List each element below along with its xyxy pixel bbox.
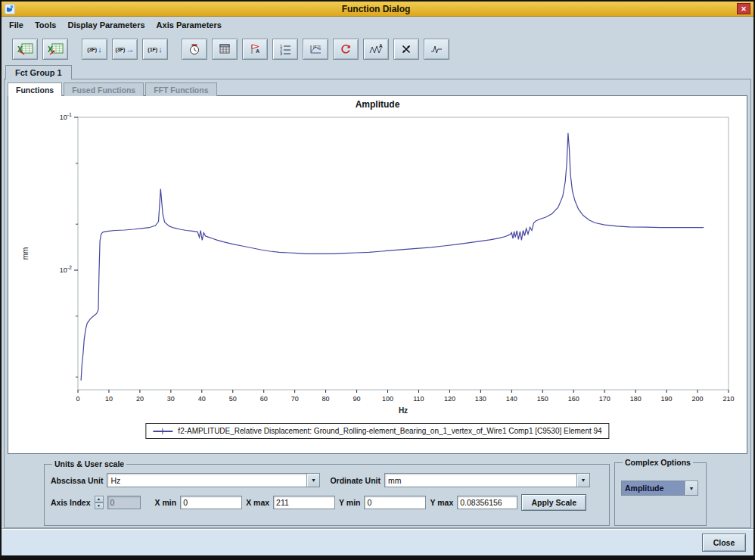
abscissa-unit-label: Abscissa Unit xyxy=(51,476,103,485)
ymin-label: Y min xyxy=(339,498,360,507)
complex-option-select[interactable]: Amplitude ▼ xyxy=(621,481,698,496)
time-function-button[interactable] xyxy=(182,39,207,60)
window-title: Function Dialog xyxy=(15,4,737,14)
amplitude-chart[interactable]: 0102030405060708090100110120130140150160… xyxy=(10,111,747,422)
x-tick-label: 90 xyxy=(353,395,361,403)
units-user-scale-group: Units & User scale Abscissa Unit Hz ▼ Or… xyxy=(44,459,610,526)
tab-functions[interactable]: Functions xyxy=(8,82,62,96)
x-tick-label: 20 xyxy=(136,395,144,403)
tab-fft-functions[interactable]: FFT Functions xyxy=(145,82,216,96)
svg-text:A: A xyxy=(256,48,259,54)
tab-fused-functions[interactable]: Fused Functions xyxy=(64,82,144,96)
load-3f-function-button[interactable]: (3F)↓ xyxy=(82,39,107,60)
toolbar: XX(3F)↓(3F)→(1F)↓A123[F2]A xyxy=(2,33,753,65)
y-tick-label: 10-2 xyxy=(60,265,72,274)
x-tick-label: 60 xyxy=(260,395,268,403)
x-tick-label: 70 xyxy=(291,395,299,403)
x-tick-label: 130 xyxy=(475,395,486,403)
complex-option-value: Amplitude xyxy=(622,481,685,495)
fct-group-frame: FunctionsFused FunctionsFFT Functions Am… xyxy=(4,79,751,528)
x-tick-label: 210 xyxy=(722,395,734,403)
xmin-input[interactable] xyxy=(180,496,242,509)
svg-text:A: A xyxy=(379,43,383,48)
plot-area xyxy=(78,117,729,390)
x-tick-label: 170 xyxy=(599,395,611,403)
menu-tools[interactable]: Tools xyxy=(35,20,57,30)
peaks-button[interactable]: A xyxy=(363,39,389,60)
ordinate-unit-select[interactable]: mm ▼ xyxy=(384,473,590,487)
legend-line-sample xyxy=(153,431,172,432)
menu-axis-parameters[interactable]: Axis Parameters xyxy=(157,20,222,30)
delete-function-button[interactable] xyxy=(393,39,419,60)
ymin-input[interactable] xyxy=(364,496,426,509)
svg-text:3: 3 xyxy=(280,51,282,55)
functions-panel: Amplitude 010203040506070809010011012013… xyxy=(8,95,747,454)
complex-group-title: Complex Options xyxy=(623,458,693,467)
chevron-down-icon[interactable]: ▼ xyxy=(685,481,698,495)
load-1f-function-button[interactable]: (1F)↓ xyxy=(142,39,168,60)
xmax-input[interactable] xyxy=(273,496,335,509)
x-tick-label: 50 xyxy=(229,395,237,403)
y-tick-label: 10-1 xyxy=(60,112,72,121)
x-tick-label: 180 xyxy=(630,395,642,403)
title-bar[interactable]: Function Dialog ✕ xyxy=(2,2,753,17)
y-axis-label: mm xyxy=(21,247,30,260)
menu-display-parameters[interactable]: Display Parameters xyxy=(67,20,144,30)
x-tick-label: 110 xyxy=(413,395,424,403)
x-tick-label: 140 xyxy=(506,395,517,403)
chart-title: Amplitude xyxy=(8,99,747,110)
x-tick-label: 30 xyxy=(167,395,175,403)
plot-settings-button[interactable]: [F2] xyxy=(303,39,328,60)
apply-scale-button[interactable]: Apply Scale xyxy=(521,494,586,511)
window-close-button[interactable]: ✕ xyxy=(737,3,750,14)
x-tick-label: 40 xyxy=(198,395,206,403)
axis-index-label: Axis Index xyxy=(51,498,91,507)
x-tick-label: 150 xyxy=(537,395,548,403)
import-spreadsheet-button[interactable]: X xyxy=(12,39,38,60)
ordinate-unit-value: mm xyxy=(385,476,576,485)
chevron-down-icon[interactable]: ▼ xyxy=(576,474,589,487)
axis-index-spinner[interactable]: ▲ ▼ xyxy=(95,496,104,509)
axis-index-input xyxy=(107,496,141,509)
abscissa-unit-value: Hz xyxy=(107,476,306,485)
send-3f-function-button[interactable]: (3F)→ xyxy=(112,39,138,60)
bottom-bar: Close xyxy=(2,528,753,555)
function-list-button[interactable]: 123 xyxy=(272,39,298,60)
x-tick-label: 80 xyxy=(322,395,330,403)
x-tick-label: 120 xyxy=(444,395,455,403)
svg-text:[F2]: [F2] xyxy=(313,45,321,49)
x-tick-label: 100 xyxy=(382,395,393,403)
app-icon xyxy=(5,4,15,14)
units-group-title: Units & User scale xyxy=(52,459,126,468)
xmin-label: X min xyxy=(155,498,177,507)
export-spreadsheet-button[interactable]: X xyxy=(42,39,68,60)
menu-file[interactable]: File xyxy=(9,20,23,30)
ymax-label: Y max xyxy=(430,498,453,507)
x-tick-label: 200 xyxy=(692,395,704,403)
abscissa-unit-select[interactable]: Hz ▼ xyxy=(107,473,320,487)
spin-down-icon[interactable]: ▼ xyxy=(95,502,104,509)
refresh-button[interactable] xyxy=(333,39,359,60)
chevron-down-icon[interactable]: ▼ xyxy=(306,474,319,487)
function-tabs: FunctionsFused FunctionsFFT Functions xyxy=(8,82,219,96)
tab-fct-group-1[interactable]: Fct Group 1 xyxy=(5,65,72,79)
x-axis-label: Hz xyxy=(399,406,408,415)
data-table-button[interactable] xyxy=(212,39,238,60)
complex-options-group: Complex Options Amplitude ▼ xyxy=(614,458,707,526)
chart-legend: f2-AMPLITUDE_Relative Displacement: Grou… xyxy=(145,423,609,439)
x-tick-label: 160 xyxy=(568,395,579,403)
xmax-label: X max xyxy=(246,498,269,507)
x-tick-label: 10 xyxy=(105,395,113,403)
waveform-button[interactable] xyxy=(424,39,449,60)
close-button[interactable]: Close xyxy=(702,534,746,552)
ordinate-unit-label: Ordinate Unit xyxy=(330,476,381,485)
function-dialog-window: Function Dialog ✕ FileToolsDisplay Param… xyxy=(0,0,755,560)
spin-up-icon[interactable]: ▲ xyxy=(95,496,104,502)
group-tab-row: Fct Group 1 xyxy=(5,65,72,79)
flag-annotation-button[interactable]: A xyxy=(242,39,268,60)
menu-bar: FileToolsDisplay ParametersAxis Paramete… xyxy=(2,17,753,33)
ymax-input[interactable] xyxy=(457,496,517,509)
legend-label: f2-AMPLITUDE_Relative Displacement: Grou… xyxy=(178,427,601,435)
x-tick-label: 190 xyxy=(661,395,673,403)
x-tick-label: 0 xyxy=(76,395,79,403)
